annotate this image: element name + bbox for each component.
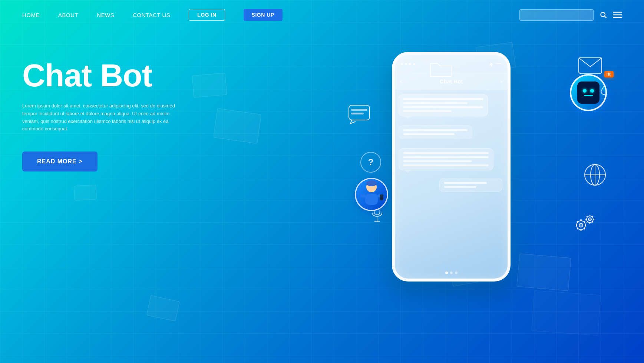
hero-left: Chat Bot Lorem ipsum dolor sit amet, con…	[22, 59, 230, 171]
svg-rect-22	[365, 194, 378, 205]
robot-mascot: HI!	[570, 74, 611, 115]
chat-bubble-icon	[347, 104, 371, 126]
hero-description: Lorem ipsum dolor sit amet, consectetur …	[22, 102, 182, 133]
nav-about[interactable]: ABOUT	[58, 12, 78, 18]
chat-bubble-bot2	[399, 148, 493, 170]
chat-line	[403, 160, 472, 162]
read-more-button[interactable]: READ MORE >	[22, 151, 98, 171]
folder-icon	[429, 59, 453, 80]
search-input[interactable]	[519, 9, 594, 21]
chat-line	[403, 110, 451, 112]
robot-body	[570, 74, 607, 111]
person-circle	[355, 178, 388, 211]
svg-rect-7	[351, 113, 364, 114]
robot-eye-left	[583, 89, 587, 93]
hero-right: ?	[325, 22, 614, 348]
chat-line	[403, 98, 483, 100]
person-avatar	[355, 178, 388, 211]
svg-line-1	[605, 16, 607, 18]
phone-dots	[401, 63, 415, 65]
chat-line	[403, 133, 455, 135]
chat-line	[444, 186, 476, 188]
chat-bubble-bot1	[399, 94, 488, 116]
robot-mouth	[584, 95, 593, 96]
phone-forward-arrow[interactable]: ›	[501, 78, 502, 85]
phone-mockup: ━━ ‹ Chat Bot ›	[392, 52, 511, 282]
chat-line	[403, 129, 468, 131]
chat-line	[403, 152, 489, 154]
phone-status: ━━	[488, 61, 502, 66]
chat-messages	[395, 90, 508, 260]
nav-contact[interactable]: CONTACT US	[133, 12, 170, 18]
menu-icon[interactable]	[613, 11, 622, 19]
svg-rect-25	[380, 194, 383, 200]
person-figure	[359, 180, 384, 210]
svg-point-21	[366, 180, 377, 186]
gears-icon	[570, 211, 600, 236]
svg-point-17	[579, 223, 583, 227]
search-icon[interactable]	[600, 11, 607, 19]
page-dot	[455, 272, 458, 274]
nav-links: HOME ABOUT NEWS CONTACT US LOG IN SIGN U…	[22, 9, 519, 21]
nav-news[interactable]: NEWS	[97, 12, 114, 18]
svg-point-0	[601, 12, 605, 17]
nav-home[interactable]: HOME	[22, 12, 40, 18]
chat-line	[444, 182, 487, 184]
svg-point-19	[588, 218, 591, 221]
svg-rect-23	[360, 194, 366, 197]
page-dot	[450, 272, 453, 274]
chat-line	[403, 164, 489, 166]
robot-eyes	[583, 89, 594, 93]
chat-line	[403, 106, 483, 108]
globe-icon	[583, 163, 607, 188]
phone-page-dots	[395, 272, 508, 274]
robot-eye-right	[590, 89, 594, 93]
hi-badge: HI!	[604, 71, 614, 77]
chat-line	[403, 156, 489, 158]
chat-bubble-small	[439, 178, 502, 192]
login-button[interactable]: LOG IN	[189, 9, 225, 21]
signup-button[interactable]: SIGN UP	[244, 9, 283, 21]
page-dot	[445, 272, 448, 274]
nav-right	[519, 9, 622, 21]
chat-line	[403, 102, 467, 104]
svg-rect-6	[351, 109, 367, 111]
chat-bubble-user	[399, 125, 472, 139]
hero-title: Chat Bot	[22, 59, 230, 91]
question-icon: ?	[360, 152, 381, 173]
navbar: HOME ABOUT NEWS CONTACT US LOG IN SIGN U…	[0, 0, 644, 30]
robot-face	[577, 81, 600, 104]
